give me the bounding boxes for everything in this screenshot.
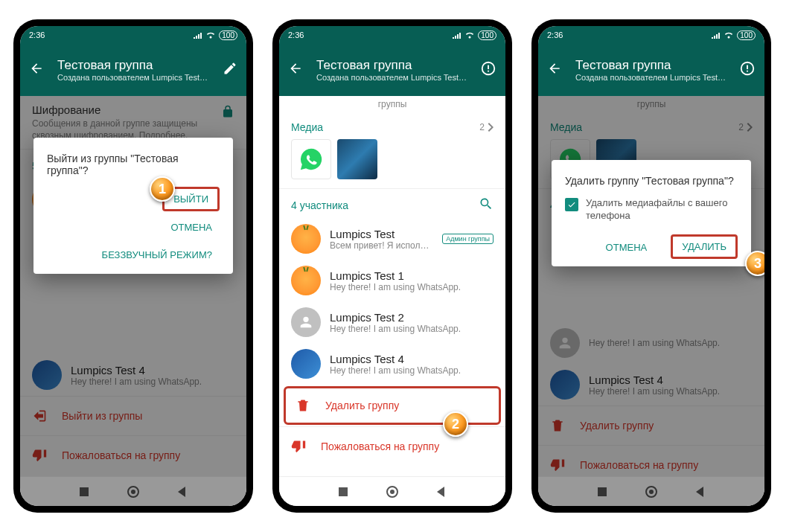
checkbox-label: Удалить медиафайлы с вашего телефона xyxy=(586,197,738,222)
header-subtitle: Создана пользователем Lumpics Test вч... xyxy=(316,73,467,82)
header-subtitle: Создана пользователем Lumpics Test вч... xyxy=(575,73,726,82)
dialog-text: Удалить группу "Тестовая группа"? xyxy=(565,175,738,187)
checkbox-checked-icon[interactable] xyxy=(565,198,578,211)
status-bar: 2:36 100 xyxy=(538,26,764,44)
nav-recent-icon[interactable] xyxy=(595,485,609,499)
member-status: Hey there! I am using WhatsApp. xyxy=(330,365,494,376)
nav-home-icon[interactable] xyxy=(127,485,140,499)
svg-rect-0 xyxy=(80,487,89,496)
signal-icon xyxy=(194,31,202,39)
thumb-image[interactable] xyxy=(337,139,377,179)
status-icons: 100 xyxy=(453,31,496,40)
member-status: Всем привет! Я использую WhatsApp. xyxy=(330,240,433,251)
dialog-text: Выйти из группы "Тестовая группа"? xyxy=(47,153,220,176)
status-time: 2:36 xyxy=(288,31,304,39)
member-status: Hey there! I am using WhatsApp. xyxy=(330,324,494,334)
delete-label: Удалить группу xyxy=(325,400,399,411)
battery-icon: 100 xyxy=(219,31,237,40)
header-title: Тестовая группа xyxy=(575,58,726,73)
status-icons: 100 xyxy=(712,31,756,40)
back-icon[interactable] xyxy=(29,61,44,79)
svg-point-5 xyxy=(390,490,395,494)
delete-dialog: Удалить группу "Тестовая группа"? Удалит… xyxy=(552,160,751,266)
header-title: Тестовая группа xyxy=(316,58,467,73)
step-marker-1: 1 xyxy=(150,176,175,202)
status-time: 2:36 xyxy=(29,31,45,39)
delete-group-row[interactable]: Удалить группу xyxy=(284,386,501,425)
member-1[interactable]: Lumpics Test 1 Hey there! I am using Wha… xyxy=(279,260,505,301)
edit-icon[interactable] xyxy=(223,61,237,79)
chevron-right-icon xyxy=(488,123,494,132)
media-header[interactable]: Медиа 2 xyxy=(279,115,505,133)
content-2: группы Медиа 2 4 участника xyxy=(279,96,505,476)
back-icon[interactable] xyxy=(547,61,562,79)
wifi-icon xyxy=(205,31,216,39)
media-count: 2 xyxy=(479,122,494,132)
info-icon[interactable] xyxy=(480,60,496,80)
member-name: Lumpics Test xyxy=(330,228,433,240)
svg-rect-3 xyxy=(339,487,348,496)
battery-icon: 100 xyxy=(737,31,756,40)
signal-icon xyxy=(712,31,721,39)
back-icon[interactable] xyxy=(288,61,303,79)
members-count: 4 участника xyxy=(291,199,348,211)
thumb-whatsapp[interactable] xyxy=(291,139,331,179)
app-header: Тестовая группа Создана пользователем Lu… xyxy=(20,44,246,96)
trash-icon xyxy=(296,398,310,413)
members-header: 4 участника xyxy=(279,189,505,218)
cancel-button[interactable]: ОТМЕНА xyxy=(163,216,220,239)
app-header: Тестовая группа Создана пользователем Lu… xyxy=(279,44,505,96)
delete-button[interactable]: УДАЛИТЬ xyxy=(671,234,738,259)
cancel-button[interactable]: ОТМЕНА xyxy=(598,236,655,259)
dim-overlay xyxy=(538,96,764,476)
avatar xyxy=(291,349,321,379)
screen-1: 2:36 100 Тестовая группа Создана пользов… xyxy=(20,26,246,506)
mute-button[interactable]: БЕЗЗВУЧНЫЙ РЕЖИМ? xyxy=(95,243,220,266)
nav-back-icon[interactable] xyxy=(694,485,707,499)
signal-icon xyxy=(453,31,462,39)
screen-3: 2:36 100 Тестовая группа Создана пользов… xyxy=(538,26,764,506)
member-4[interactable]: Lumpics Test 4 Hey there! I am using Wha… xyxy=(279,343,505,385)
app-header: Тестовая группа Создана пользователем Lu… xyxy=(538,44,764,96)
media-label: Медиа xyxy=(291,121,323,133)
member-admin[interactable]: Lumpics Test Всем привет! Я использую Wh… xyxy=(279,218,505,260)
nav-back-icon[interactable] xyxy=(435,485,448,499)
screen-2: 2:36 100 Тестовая группа Создана пользов… xyxy=(279,26,505,506)
wifi-icon xyxy=(464,31,475,39)
report-label: Пожаловаться на группу xyxy=(321,440,439,452)
phone-3: 2:36 100 Тестовая группа Создана пользов… xyxy=(531,19,771,513)
whatsapp-icon xyxy=(298,147,324,172)
status-bar: 2:36 100 xyxy=(279,26,505,44)
avatar xyxy=(291,307,321,337)
member-status: Hey there! I am using WhatsApp. xyxy=(330,282,494,292)
media-thumbs xyxy=(279,133,505,189)
info-icon[interactable] xyxy=(739,60,756,80)
avatar xyxy=(291,266,321,295)
group-cut-label: группы xyxy=(279,96,505,115)
search-icon[interactable] xyxy=(479,196,494,214)
nav-recent-icon[interactable] xyxy=(336,485,350,499)
android-navbar xyxy=(279,476,505,506)
battery-icon: 100 xyxy=(478,31,496,40)
phone-2: 2:36 100 Тестовая группа Создана пользов… xyxy=(272,19,512,513)
svg-rect-6 xyxy=(598,487,607,496)
status-time: 2:36 xyxy=(547,31,563,39)
step-marker-3: 3 xyxy=(745,251,764,276)
member-2[interactable]: Lumpics Test 2 Hey there! I am using Wha… xyxy=(279,301,505,343)
nav-recent-icon[interactable] xyxy=(77,485,91,499)
android-navbar xyxy=(20,476,246,506)
nav-back-icon[interactable] xyxy=(176,485,189,499)
thumb-down-icon xyxy=(291,439,306,454)
person-icon xyxy=(298,314,314,330)
android-navbar xyxy=(538,476,764,506)
leave-dialog: Выйти из группы "Тестовая группа"? ВЫЙТИ… xyxy=(33,138,233,274)
status-icons: 100 xyxy=(194,31,237,40)
svg-point-8 xyxy=(649,490,654,494)
delete-media-checkbox-row[interactable]: Удалить медиафайлы с вашего телефона xyxy=(565,197,738,222)
svg-point-2 xyxy=(131,490,135,494)
wifi-icon xyxy=(724,31,734,39)
report-group-row[interactable]: Пожаловаться на группу xyxy=(279,426,505,466)
step-marker-2: 2 xyxy=(443,411,468,437)
nav-home-icon[interactable] xyxy=(386,485,399,499)
nav-home-icon[interactable] xyxy=(645,485,658,499)
